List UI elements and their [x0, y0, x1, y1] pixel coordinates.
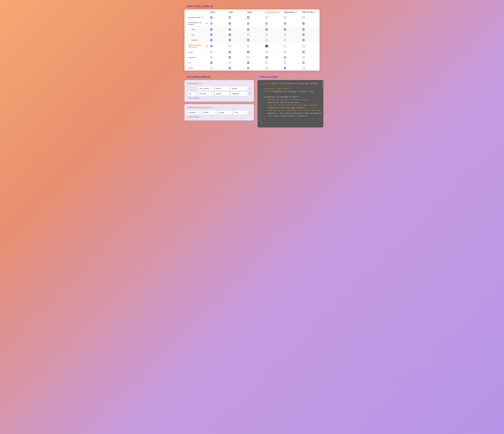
permission-checkbox[interactable] — [302, 62, 305, 64]
permission-checkbox[interactable] — [210, 67, 212, 69]
condition-select[interactable]: Europe▾ — [231, 86, 248, 91]
remove-condition-button[interactable]: ✕ — [249, 87, 251, 90]
permission-checkbox[interactable] — [266, 45, 268, 47]
permission-checkbox[interactable] — [302, 34, 305, 36]
permission-checkbox[interactable] — [266, 67, 268, 69]
permission-checkbox[interactable] — [302, 22, 305, 25]
permission-checkbox[interactable] — [266, 51, 268, 53]
chevron-down-icon[interactable] — [186, 17, 187, 18]
permission-checkbox[interactable] — [210, 56, 212, 58]
permission-checkbox[interactable] — [284, 67, 286, 69]
line-number: 6 — [258, 95, 264, 98]
permission-checkbox[interactable] — [302, 51, 305, 53]
permission-checkbox[interactable] — [210, 34, 212, 36]
condition-select[interactable]: And▾ — [187, 92, 197, 96]
permission-checkbox[interactable] — [229, 22, 231, 25]
permission-checkbox[interactable] — [284, 51, 286, 53]
permission-checkbox[interactable] — [229, 16, 231, 18]
permission-cell — [209, 49, 227, 55]
permission-checkbox[interactable] — [284, 34, 286, 36]
permission-checkbox[interactable] — [210, 39, 212, 41]
permission-checkbox[interactable] — [266, 62, 268, 64]
condition-select[interactable]: User Role▾ — [198, 92, 214, 96]
permission-checkbox[interactable] — [210, 28, 212, 31]
permission-checkbox[interactable] — [247, 56, 249, 58]
permission-checkbox[interactable] — [302, 56, 305, 58]
condition-select[interactable]: Document▾ — [187, 111, 201, 115]
chevron-down-icon[interactable] — [186, 56, 187, 58]
permission-checkbox[interactable] — [210, 62, 212, 64]
permission-cell — [283, 15, 301, 20]
permission-cell — [283, 49, 301, 55]
permission-checkbox[interactable] — [247, 62, 249, 64]
condition-panel-title: EU Employees⌛ — [187, 83, 251, 84]
permission-checkbox[interactable] — [284, 45, 286, 47]
chevron-down-icon[interactable] — [186, 45, 187, 47]
line-number: 16 — [258, 123, 264, 125]
line-number: 14 — [258, 117, 264, 120]
permission-checkbox[interactable] — [302, 16, 305, 18]
chevron-down-icon: ▾ — [195, 93, 195, 94]
permission-checkbox[interactable] — [229, 39, 231, 41]
condition-select[interactable]: User Location▾ — [198, 86, 214, 91]
permission-checkbox[interactable] — [247, 16, 249, 18]
condition-select[interactable]: Equals▾ — [215, 86, 230, 91]
permission-checkbox[interactable] — [229, 34, 231, 36]
permission-cell — [227, 49, 246, 55]
line-content: conditionset.userset_eu_employees — [264, 101, 323, 104]
permission-checkbox[interactable] — [247, 34, 249, 36]
permission-checkbox[interactable] — [266, 34, 268, 36]
chevron-down-icon[interactable] — [186, 51, 187, 53]
permission-checkbox[interactable] — [229, 56, 231, 58]
chevron-down-icon[interactable] — [186, 67, 187, 69]
permission-checkbox[interactable] — [247, 28, 249, 31]
condition-select[interactable]: True▾ — [233, 111, 248, 115]
permission-checkbox[interactable] — [302, 45, 305, 47]
permission-checkbox[interactable] — [229, 51, 231, 53]
table-row: Folder — [184, 49, 320, 55]
permission-checkbox[interactable] — [284, 62, 286, 64]
permission-cell — [227, 27, 246, 32]
permission-checkbox[interactable] — [229, 67, 231, 69]
permission-checkbox[interactable] — [229, 62, 231, 64]
permission-cell — [209, 15, 227, 20]
permission-checkbox[interactable] — [284, 22, 286, 25]
permission-checkbox[interactable] — [229, 28, 231, 31]
condition-select[interactable]: Employee▾ — [231, 92, 248, 96]
scrollbar-thumb[interactable] — [322, 82, 323, 89]
permission-checkbox[interactable] — [284, 39, 286, 41]
add-condition-button[interactable]: +Add Condition — [187, 97, 251, 99]
permission-checkbox[interactable] — [210, 51, 212, 53]
permission-checkbox[interactable] — [284, 28, 286, 31]
permission-checkbox[interactable] — [266, 56, 268, 58]
condition-select[interactable]: GDPR▾ — [202, 111, 217, 115]
permission-checkbox[interactable] — [247, 67, 249, 69]
permission-cell — [301, 15, 320, 20]
permission-checkbox[interactable] — [302, 39, 305, 41]
permission-checkbox[interactable] — [247, 22, 249, 25]
add-condition-button[interactable]: +Add Condition — [187, 116, 251, 118]
permission-checkbox[interactable] — [266, 39, 268, 41]
permission-checkbox[interactable] — [210, 22, 212, 25]
permission-checkbox[interactable] — [284, 56, 286, 58]
condition-select[interactable]: Equals▾ — [218, 111, 232, 115]
remove-condition-button[interactable]: ✕ — [249, 92, 251, 95]
permission-checkbox[interactable] — [266, 22, 268, 25]
permission-checkbox[interactable] — [302, 67, 305, 69]
permission-checkbox[interactable] — [302, 28, 305, 31]
permission-checkbox[interactable] — [247, 45, 249, 47]
permission-checkbox[interactable] — [229, 45, 231, 47]
permission-checkbox[interactable] — [284, 16, 286, 18]
condition-select[interactable]: Equals▾ — [215, 92, 230, 96]
chevron-down-icon[interactable] — [186, 62, 187, 64]
permission-cell — [246, 27, 264, 32]
permission-checkbox[interactable] — [266, 16, 268, 18]
row-label: File — [188, 62, 191, 64]
permission-checkbox[interactable] — [210, 45, 212, 47]
chevron-up-icon[interactable] — [186, 23, 187, 24]
permission-checkbox[interactable] — [266, 28, 268, 31]
permission-checkbox[interactable] — [247, 39, 249, 41]
permission-checkbox[interactable] — [247, 51, 249, 53]
remove-condition-button[interactable]: ✕ — [249, 111, 251, 114]
permission-checkbox[interactable] — [210, 16, 212, 18]
